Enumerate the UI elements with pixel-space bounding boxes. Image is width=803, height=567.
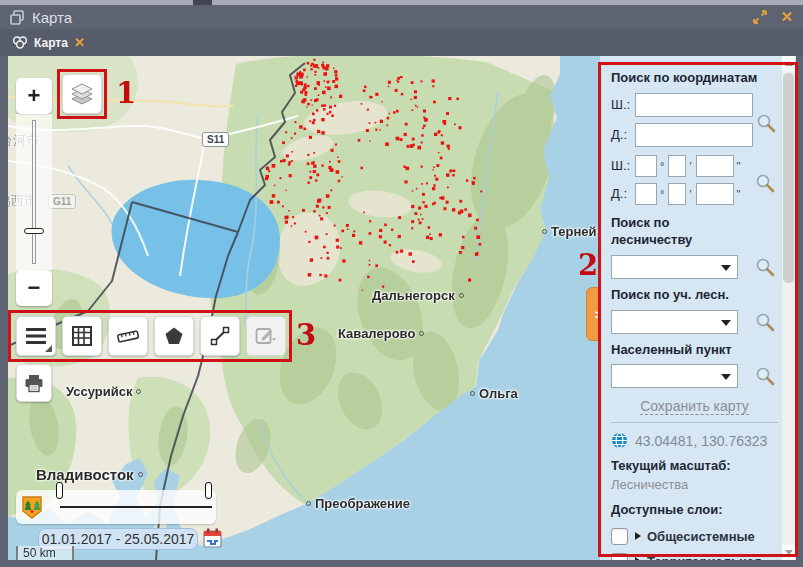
- min-unit: ': [689, 188, 691, 200]
- save-map-link[interactable]: Сохранить карту: [611, 398, 778, 414]
- layers-button[interactable]: [62, 74, 102, 114]
- cursor-coordinates: 43.04481, 130.76323: [635, 433, 767, 449]
- lat-dms-label: Ш.:: [611, 158, 635, 173]
- magnifier-icon: [755, 173, 775, 193]
- edit-button: [246, 316, 286, 356]
- deg-unit: °: [660, 188, 664, 200]
- window-copy-icon: [10, 10, 25, 25]
- window-title: Карта: [32, 9, 72, 26]
- chevron-down-icon: [721, 265, 731, 271]
- search-panel-content: Поиск по координатам Ш.: Д.: Ш.: °: [600, 56, 782, 560]
- lat-decimal-input[interactable]: [635, 93, 753, 117]
- layer-checkbox[interactable]: [611, 528, 628, 545]
- window-close-icon[interactable]: ✕: [780, 8, 793, 26]
- tab-close-icon[interactable]: ✕: [74, 35, 85, 50]
- calendar-icon[interactable]: [203, 528, 222, 548]
- search-panel: Поиск по координатам Ш.: Д.: Ш.: °: [600, 56, 796, 560]
- layer-label: Общесистемные: [647, 528, 755, 546]
- forestry-search-title: Поиск по лесничеству: [611, 215, 721, 249]
- layer-checkbox[interactable]: [611, 553, 628, 560]
- sec-unit: ": [737, 188, 741, 200]
- magnifier-icon: [755, 366, 775, 386]
- map-tab-icon: [12, 36, 28, 49]
- zoom-slider-groove: [32, 120, 36, 264]
- tab-bar: Карта ✕: [0, 29, 803, 56]
- grid-button[interactable]: [62, 316, 102, 356]
- lon-deg-input[interactable]: [635, 183, 657, 205]
- scrollbar-thumb[interactable]: [783, 73, 794, 283]
- timeline-track[interactable]: [60, 506, 212, 508]
- globe-icon: [611, 432, 628, 449]
- lon-label: Д.:: [611, 127, 635, 142]
- expand-arrow-icon[interactable]: [635, 532, 641, 540]
- hamburger-icon: [25, 327, 47, 345]
- triangle-down-icon: [785, 550, 793, 555]
- tab-map[interactable]: Карта ✕: [0, 35, 95, 56]
- scrollbar-up-arrow[interactable]: [782, 56, 795, 71]
- date-range-text: 01.01.2017 - 25.05.2017: [42, 531, 195, 547]
- subforestry-search-title: Поиск по уч. лесн.: [611, 287, 778, 304]
- settlement-search-button[interactable]: [752, 366, 778, 386]
- polygon-button[interactable]: [154, 316, 194, 356]
- lon-min-input[interactable]: [668, 183, 686, 205]
- zoom-slider-track[interactable]: [16, 114, 52, 270]
- coord-dms-search-button[interactable]: [752, 173, 778, 193]
- timeline-start-handle[interactable]: [56, 482, 63, 499]
- coord-search-title: Поиск по координатам: [611, 70, 778, 87]
- zoom-control: + −: [16, 78, 52, 308]
- line-icon: [210, 326, 230, 346]
- timeline-end-handle[interactable]: [205, 482, 212, 499]
- subforestry-select[interactable]: [611, 310, 738, 334]
- lon-decimal-input[interactable]: [635, 123, 753, 147]
- lat-label: Ш.:: [611, 97, 635, 112]
- map-canvas[interactable]: [8, 56, 600, 560]
- available-layers-title: Доступные слои:: [611, 502, 778, 519]
- layer-row-territorial: Территориальная привязка: [611, 553, 778, 560]
- settlement-title: Населенный пункт: [611, 342, 778, 359]
- lat-deg-input[interactable]: [635, 155, 657, 177]
- pentagon-icon: [164, 326, 184, 346]
- magnifier-icon: [755, 312, 775, 332]
- printer-icon: [24, 374, 44, 393]
- grid-icon: [72, 326, 92, 346]
- zoom-out-button[interactable]: −: [16, 270, 52, 306]
- measure-button[interactable]: [108, 316, 148, 356]
- tab-map-label: Карта: [34, 36, 68, 50]
- forestry-select[interactable]: [611, 255, 738, 279]
- line-measure-button[interactable]: [200, 316, 240, 356]
- lon-sec-input[interactable]: [696, 183, 734, 205]
- deg-unit: °: [660, 160, 664, 172]
- zoom-in-button[interactable]: +: [16, 78, 52, 114]
- current-scale-value: Лесничества: [611, 477, 778, 492]
- magnifier-icon: [756, 113, 776, 133]
- lat-min-input[interactable]: [668, 155, 686, 177]
- sec-unit: ": [737, 160, 741, 172]
- forest-badge-icon[interactable]: [21, 495, 43, 519]
- chevron-down-icon: [721, 374, 731, 380]
- coord-search-button[interactable]: [753, 113, 779, 133]
- print-button[interactable]: [16, 364, 52, 402]
- menu-corner-arrow: [45, 345, 52, 352]
- triangle-up-icon: [785, 61, 793, 66]
- layers-icon: [69, 82, 95, 106]
- map-viewport[interactable]: Терней Дальнегорск Кавалерово Ольга Прео…: [8, 56, 600, 560]
- forestry-search-button[interactable]: [752, 257, 778, 277]
- zoom-slider-handle[interactable]: [24, 228, 44, 234]
- expand-arrow-icon[interactable]: [635, 557, 641, 560]
- scrollbar-down-arrow[interactable]: [782, 545, 795, 560]
- lon-dms-label: Д.:: [611, 186, 635, 201]
- panel-scrollbar[interactable]: [782, 56, 795, 560]
- app-window: Карта ✕ Карта ✕: [0, 0, 803, 567]
- panel-divider: [611, 422, 778, 423]
- edit-icon: [255, 326, 277, 346]
- timeline-bar: [16, 490, 216, 524]
- maximize-icon[interactable]: [752, 9, 768, 25]
- subforestry-search-button[interactable]: [752, 312, 778, 332]
- current-scale-label: Текущий масштаб:: [611, 458, 778, 475]
- date-range-field[interactable]: 01.01.2017 - 25.05.2017: [38, 528, 198, 550]
- settlement-select[interactable]: [611, 364, 738, 388]
- ruler-icon: [116, 327, 140, 345]
- magnifier-icon: [755, 257, 775, 277]
- lat-sec-input[interactable]: [696, 155, 734, 177]
- menu-button[interactable]: [16, 316, 56, 356]
